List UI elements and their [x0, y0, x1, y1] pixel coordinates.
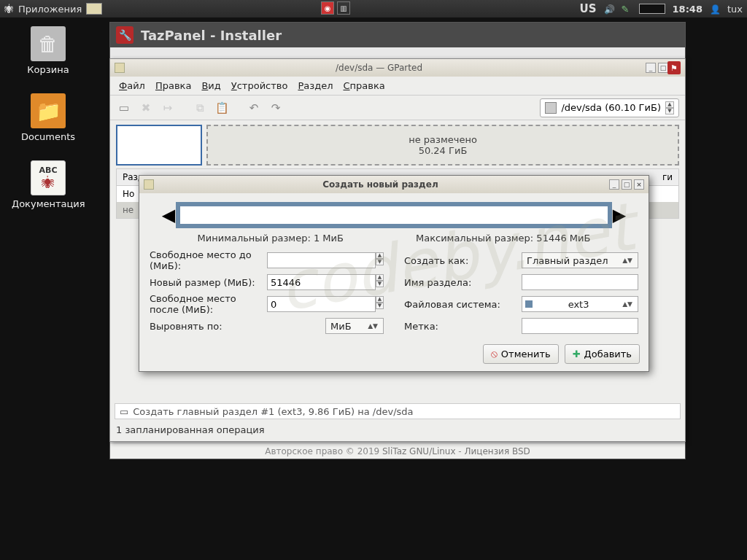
- size-limits: Минимальный размер: 1 МиБ Максимальный р…: [139, 233, 649, 249]
- dialog-buttons: Отменить Добавить: [483, 344, 640, 364]
- slider-right-arrow[interactable]: ▶: [612, 201, 627, 230]
- slitaz-link[interactable]: SliTaz GNU/Linux: [382, 446, 456, 456]
- tazpanel-footer: Авторское право © 2019 SliTaz GNU/Linux …: [110, 443, 685, 459]
- tray-item-1[interactable]: ◉: [321, 1, 334, 15]
- align-combo[interactable]: МиБ▲▼: [325, 318, 384, 334]
- tray-center: ◉ ▥: [321, 1, 350, 15]
- volume-icon[interactable]: [604, 4, 614, 14]
- free-before-input[interactable]: [267, 252, 376, 268]
- dialog-titlebar[interactable]: Создать новый раздел _ □ ×: [139, 176, 649, 193]
- maximize-button[interactable]: □: [658, 63, 668, 73]
- folder-icon: 📁: [31, 93, 66, 128]
- partition-thumb[interactable]: [116, 125, 202, 166]
- free-after-input[interactable]: [267, 296, 376, 312]
- free-before-label: Свободное место до (МиБ):: [150, 249, 267, 271]
- status-bar: ▭ Создать главный раздел #1 (ext3, 9.86 …: [115, 403, 681, 419]
- slider-left-arrow[interactable]: ◀: [161, 201, 176, 230]
- new-partition-icon[interactable]: ▭: [116, 100, 132, 116]
- filesystem-label: Файловая система:: [404, 299, 522, 310]
- menu-device[interactable]: Устройство: [231, 80, 288, 91]
- dialog-maximize-button[interactable]: □: [622, 179, 632, 190]
- create-as-label: Создать как:: [404, 255, 522, 266]
- keyboard-layout[interactable]: US: [580, 2, 597, 15]
- trash-label: Корзина: [12, 64, 85, 75]
- battery-icon[interactable]: [639, 4, 665, 14]
- system-panel: 🕷 Приложения ◉ ▥ US 18:48 tux: [0, 0, 747, 18]
- doc-icon: ABC 🕷: [31, 160, 66, 195]
- delete-icon[interactable]: ✖: [138, 100, 154, 116]
- max-size: Максимальный размер: 51446 МиБ: [416, 233, 591, 244]
- slider-track[interactable]: [176, 202, 612, 228]
- device-selector[interactable]: /dev/sda (60.10 ГиБ) ▲▼: [540, 98, 679, 117]
- slitaz-menu-icon[interactable]: 🕷: [4, 4, 14, 15]
- gparted-titlebar[interactable]: /dev/sda — GParted _ □ ×: [110, 59, 685, 77]
- gparted-toolbar: ▭ ✖ ↦ ⧉ 📋 ↶ ↷ /dev/sda (60.10 ГиБ) ▲▼: [110, 96, 685, 120]
- alert-icon[interactable]: ⚑: [667, 61, 681, 74]
- partition-name-label: Имя раздела:: [404, 277, 522, 288]
- plus-icon: [573, 349, 581, 359]
- align-label: Выровнять по:: [150, 321, 325, 332]
- dialog-minimize-button[interactable]: _: [609, 179, 619, 190]
- create-as-combo[interactable]: Главный раздел▲▼: [522, 252, 638, 268]
- desktop-trash[interactable]: 🗑 Корзина: [12, 26, 85, 75]
- device-selector-value: /dev/sda (60.10 ГиБ): [561, 102, 661, 113]
- apply-icon[interactable]: ↷: [268, 100, 284, 116]
- menu-edit[interactable]: Правка: [155, 80, 191, 91]
- disk-visualizer: не размечено 50.24 ГиБ: [110, 120, 685, 166]
- cancel-button[interactable]: Отменить: [483, 344, 559, 364]
- tazpanel-titlebar[interactable]: TazPanel - Installer: [110, 23, 685, 47]
- spin-buttons[interactable]: ▲▼: [376, 274, 384, 290]
- filesystem-combo[interactable]: ext3▲▼: [522, 296, 638, 312]
- documents-label: Documents: [12, 131, 85, 142]
- copy-icon[interactable]: ⧉: [192, 100, 208, 116]
- label-label: Метка:: [404, 321, 522, 332]
- license-link[interactable]: Лицензия BSD: [465, 446, 530, 456]
- cancel-icon: [491, 348, 498, 360]
- operation-icon: ▭: [120, 406, 128, 417]
- menu-help[interactable]: Справка: [343, 80, 384, 91]
- spin-buttons[interactable]: ▲▼: [376, 296, 384, 312]
- unallocated-region[interactable]: не размечено 50.24 ГиБ: [206, 125, 679, 166]
- menu-partition[interactable]: Раздел: [298, 80, 333, 91]
- gparted-title: /dev/sda — GParted: [115, 63, 643, 73]
- label-input[interactable]: [522, 318, 638, 334]
- pending-operations: 1 запланированная операция: [115, 422, 681, 437]
- fs-color-icon: [525, 300, 533, 308]
- documentation-label: Документация: [12, 198, 85, 209]
- desktop-documentation[interactable]: ABC 🕷 Документация: [12, 160, 85, 209]
- create-partition-dialog: Создать новый раздел _ □ × ◀ ▶ Минимальн…: [139, 175, 649, 372]
- add-button[interactable]: Добавить: [565, 344, 640, 364]
- tazpanel-title: TazPanel - Installer: [141, 28, 282, 43]
- spin-buttons[interactable]: ▲▼: [376, 252, 384, 268]
- taskbar-window[interactable]: [86, 3, 102, 15]
- partition-name-input[interactable]: [522, 274, 638, 290]
- trash-icon: 🗑: [31, 26, 66, 61]
- applications-menu[interactable]: Приложения: [18, 4, 82, 15]
- minimize-button[interactable]: _: [646, 63, 656, 73]
- menu-file[interactable]: Файл: [119, 80, 145, 91]
- dialog-app-icon: [144, 179, 154, 190]
- window-app-icon: [115, 63, 125, 73]
- free-after-label: Свободное место после (МиБ):: [150, 293, 267, 315]
- user-icon[interactable]: [710, 4, 720, 14]
- undo-icon[interactable]: ↶: [246, 100, 262, 116]
- unallocated-label: не размечено: [409, 134, 477, 145]
- unallocated-size: 50.24 ГиБ: [419, 145, 468, 156]
- username[interactable]: tux: [727, 4, 743, 15]
- wrench-icon: [116, 26, 133, 44]
- new-size-label: Новый размер (МиБ):: [150, 277, 267, 288]
- resize-icon[interactable]: ↦: [160, 100, 176, 116]
- paste-icon[interactable]: 📋: [214, 100, 230, 116]
- edit-icon[interactable]: [622, 4, 632, 14]
- disk-icon: [545, 102, 557, 114]
- status-text: Создать главный раздел #1 (ext3, 9.86 Ги…: [133, 406, 413, 417]
- dialog-form: Свободное место до (МиБ): ▲▼ Создать как…: [139, 249, 649, 334]
- dialog-close-button[interactable]: ×: [634, 179, 644, 190]
- desktop-documents[interactable]: 📁 Documents: [12, 93, 85, 142]
- tray-item-2[interactable]: ▥: [337, 1, 350, 15]
- menu-view[interactable]: Вид: [201, 80, 220, 91]
- size-slider[interactable]: ◀ ▶: [139, 193, 649, 233]
- device-spin[interactable]: ▲▼: [665, 101, 674, 114]
- gparted-menubar: Файл Правка Вид Устройство Раздел Справк…: [110, 77, 685, 96]
- new-size-input[interactable]: [267, 274, 376, 290]
